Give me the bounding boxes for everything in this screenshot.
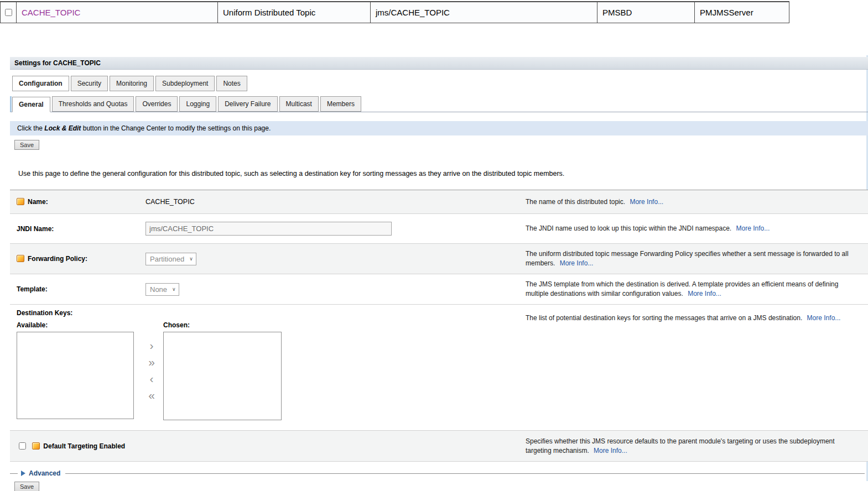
- chevron-down-icon: ∨: [189, 256, 193, 262]
- name-label: Name:: [28, 198, 48, 206]
- subtab-multicast[interactable]: Multicast: [279, 96, 319, 112]
- jndi-name-input[interactable]: [145, 222, 392, 236]
- destination-row-checkbox-cell: [0, 2, 17, 23]
- default-targeting-help-cell: Specifies whether this JMS resource defa…: [526, 432, 868, 460]
- intro-text: Use this page to define the general conf…: [18, 170, 868, 177]
- template-label: Template:: [17, 285, 48, 293]
- form-row-jndi-name: JNDI Name: The JNDI name used to look up…: [10, 214, 868, 244]
- primary-tab-bar: Configuration Security Monitoring Subdep…: [10, 76, 868, 91]
- destination-name-link[interactable]: CACHE_TOPIC: [22, 8, 80, 17]
- chosen-listbox[interactable]: [163, 332, 282, 420]
- destination-type-cell: Uniform Distributed Topic: [218, 2, 371, 23]
- forwarding-policy-selected-value: Partitioned: [150, 255, 184, 263]
- jndi-label-cell: JNDI Name:: [10, 221, 140, 237]
- tab-monitoring[interactable]: Monitoring: [110, 76, 154, 91]
- destination-keys-value-cell: › » ‹ « Chosen:: [140, 305, 526, 425]
- subtab-general[interactable]: General: [12, 97, 50, 112]
- settings-panel: Settings for CACHE_TOPIC Configuration S…: [10, 57, 868, 491]
- row-select-checkbox[interactable]: [5, 9, 12, 16]
- template-select[interactable]: None ∨: [145, 283, 179, 296]
- template-help-cell: The JMS template from which the destinat…: [526, 275, 868, 303]
- destination-keys-label: Destination Keys:: [17, 309, 138, 317]
- tab-configuration[interactable]: Configuration: [12, 76, 69, 91]
- general-config-form: Name: CACHE_TOPIC The name of this distr…: [10, 190, 868, 462]
- name-help-cell: The name of this distributed topic. More…: [526, 193, 868, 211]
- destination-jndi-cell: jms/CACHE_TOPIC: [371, 2, 597, 23]
- expand-arrow-icon: [21, 471, 25, 476]
- page-title: Settings for CACHE_TOPIC: [10, 57, 868, 70]
- jndi-help-cell: The JNDI name used to look up this topic…: [526, 220, 868, 238]
- notice-suffix: button in the Change Center to modify th…: [81, 124, 271, 132]
- transfer-button-column: › » ‹ «: [140, 309, 163, 420]
- destination-keys-help-text: The list of potential destination keys f…: [526, 314, 802, 322]
- lock-edit-emphasis: Lock & Edit: [44, 124, 81, 132]
- forwarding-policy-select[interactable]: Partitioned ∨: [145, 253, 196, 265]
- jndi-help-text: The JNDI name used to look up this topic…: [526, 224, 731, 232]
- template-selected-value: None: [150, 285, 167, 294]
- forwarding-policy-value-cell: Partitioned ∨: [140, 248, 526, 270]
- more-info-link[interactable]: More Info...: [594, 447, 627, 455]
- form-row-destination-keys: Destination Keys: Available: › » ‹: [10, 305, 868, 431]
- subtab-delivery-failure[interactable]: Delivery Failure: [218, 96, 277, 112]
- move-all-right-button[interactable]: »: [148, 358, 155, 367]
- form-row-default-targeting: Default Targeting Enabled Specifies whet…: [10, 431, 868, 462]
- name-help-text: The name of this distributed topic.: [526, 198, 625, 206]
- rule-segment: [10, 473, 18, 474]
- default-targeting-label: Default Targeting Enabled: [43, 442, 125, 450]
- name-label-cell: Name:: [10, 194, 140, 210]
- bottom-button-row: Save: [10, 482, 868, 491]
- subtab-members[interactable]: Members: [320, 96, 361, 112]
- chosen-column: Chosen:: [163, 317, 282, 420]
- jndi-value-cell: [140, 217, 526, 240]
- tab-subdeployment[interactable]: Subdeployment: [155, 76, 215, 91]
- subtab-logging[interactable]: Logging: [179, 96, 216, 112]
- name-value-cell: CACHE_TOPIC: [140, 194, 526, 210]
- rule-line: [65, 473, 865, 474]
- chevron-right-icon: ›: [150, 339, 154, 352]
- jndi-label: JNDI Name:: [17, 225, 54, 233]
- name-value: CACHE_TOPIC: [145, 198, 195, 206]
- destination-subdeployment-cell: PMSBD: [597, 2, 695, 23]
- double-chevron-left-icon: «: [148, 389, 155, 401]
- form-row-forwarding-policy: Forwarding Policy: Partitioned ∨ The uni…: [10, 244, 868, 274]
- forwarding-policy-help-cell: The uniform distributed topic message Fo…: [526, 245, 868, 273]
- top-button-row: Save: [10, 140, 868, 150]
- template-value-cell: None ∨: [140, 279, 526, 300]
- destination-server-cell: PMJMSServer: [695, 2, 789, 23]
- more-info-link[interactable]: More Info...: [688, 290, 721, 297]
- more-info-link[interactable]: More Info...: [630, 198, 663, 206]
- forwarding-policy-label-cell: Forwarding Policy:: [10, 250, 140, 267]
- advanced-section-toggle[interactable]: Advanced: [10, 469, 868, 477]
- form-row-name: Name: CACHE_TOPIC The name of this distr…: [10, 190, 868, 214]
- move-all-left-button[interactable]: «: [148, 391, 155, 400]
- tab-notes[interactable]: Notes: [216, 76, 247, 91]
- form-row-template: Template: None ∨ The JMS template from w…: [10, 274, 868, 305]
- available-listbox[interactable]: [17, 332, 134, 419]
- subtab-thresholds-and-quotas[interactable]: Thresholds and Quotas: [52, 96, 134, 112]
- more-info-link[interactable]: More Info...: [736, 224, 770, 232]
- notice-prefix: Click the: [17, 124, 44, 132]
- chevron-down-icon: ∨: [172, 286, 176, 292]
- default-targeting-label-cell: Default Targeting Enabled: [10, 436, 526, 456]
- move-selected-right-button[interactable]: ›: [150, 341, 154, 350]
- double-chevron-right-icon: »: [148, 356, 155, 368]
- destinations-table: CACHE_TOPIC Uniform Distributed Topic jm…: [0, 1, 789, 23]
- tab-security[interactable]: Security: [71, 76, 108, 91]
- move-selected-left-button[interactable]: ‹: [150, 374, 154, 383]
- destination-keys-help-cell: The list of potential destination keys f…: [526, 305, 868, 327]
- dynamic-attribute-icon: [32, 442, 40, 450]
- save-button-bottom[interactable]: Save: [14, 482, 39, 491]
- template-label-cell: Template:: [10, 281, 140, 297]
- more-info-link[interactable]: More Info...: [807, 314, 841, 322]
- dynamic-attribute-icon: [17, 198, 24, 205]
- advanced-label: Advanced: [29, 469, 60, 477]
- secondary-tab-bar: General Thresholds and Quotas Overrides …: [10, 96, 868, 112]
- lock-edit-notice: Click the Lock & Edit button in the Chan…: [10, 121, 868, 135]
- subtab-overrides[interactable]: Overrides: [136, 96, 178, 112]
- forwarding-policy-label: Forwarding Policy:: [28, 255, 87, 263]
- more-info-link[interactable]: More Info...: [560, 259, 594, 267]
- destination-name-cell: CACHE_TOPIC: [17, 2, 218, 23]
- save-button-top[interactable]: Save: [14, 140, 39, 150]
- default-targeting-checkbox[interactable]: [19, 442, 26, 450]
- dynamic-attribute-icon: [17, 255, 24, 262]
